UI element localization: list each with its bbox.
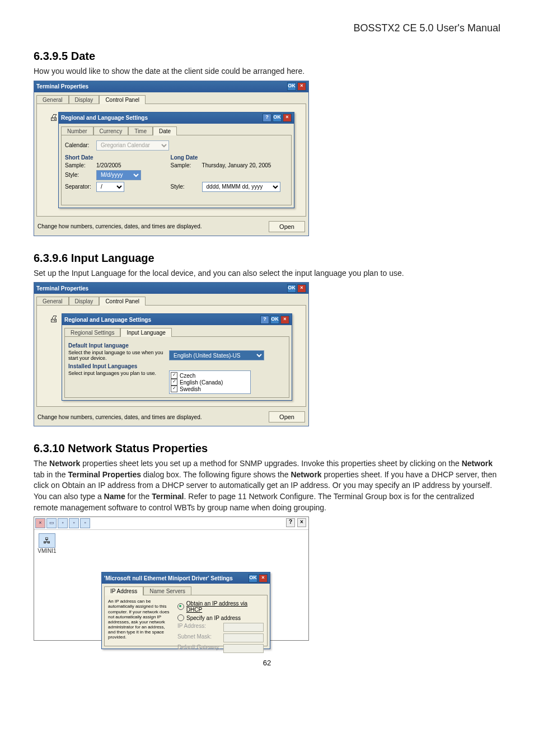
lang-czech: Czech bbox=[180, 373, 195, 379]
tab-regional-settings[interactable]: Regional Settings bbox=[64, 328, 120, 337]
long-date-title: Long Date bbox=[171, 154, 288, 161]
long-style-label: Style: bbox=[171, 184, 200, 190]
network-connections-window: × ▭ ▫ ▫ ▫ ? × 🖧 VMINI1 'Microsoft null E… bbox=[34, 516, 309, 641]
ok-titlebar-button[interactable]: OK bbox=[287, 284, 296, 293]
tab-general[interactable]: General bbox=[36, 297, 69, 306]
ok-titlebar-button[interactable]: OK bbox=[287, 82, 296, 91]
section-input-heading: 6.3.9.6 Input Language bbox=[34, 252, 500, 265]
short-style-label: Style: bbox=[65, 172, 94, 178]
task-icon[interactable]: ▭ bbox=[46, 518, 57, 528]
calendar-label: Calendar: bbox=[65, 142, 94, 148]
section-network-body: The Network properties sheet lets you se… bbox=[34, 458, 500, 513]
task-icon[interactable]: ▫ bbox=[80, 518, 90, 528]
help-icon[interactable]: ? bbox=[260, 316, 269, 324]
ip-help-text: An IP address can be automatically assig… bbox=[108, 599, 173, 642]
help-icon[interactable]: ? bbox=[263, 114, 271, 122]
tab-ip-address[interactable]: IP Address bbox=[104, 586, 143, 595]
help-icon[interactable]: ? bbox=[286, 518, 295, 527]
short-sample-label: Sample: bbox=[65, 162, 94, 168]
close-icon[interactable]: × bbox=[297, 284, 306, 293]
ok-titlebar-button[interactable]: OK bbox=[249, 574, 257, 583]
subnet-mask-label: Subnet Mask: bbox=[177, 633, 221, 642]
footer-text: Change how numbers, currencies, dates, a… bbox=[38, 223, 202, 229]
terminal-properties-window-2: Terminal Properties OK × General Display… bbox=[34, 282, 309, 426]
checkbox-icon[interactable]: ✓ bbox=[171, 372, 177, 379]
checkbox-icon[interactable]: ✓ bbox=[171, 379, 177, 386]
terminal-properties-title: Terminal Properties bbox=[36, 285, 88, 292]
footer-text: Change how numbers, currencies, dates, a… bbox=[38, 414, 202, 420]
tab-display[interactable]: Display bbox=[69, 297, 100, 306]
close-icon[interactable]: × bbox=[280, 316, 289, 324]
ip-address-input bbox=[223, 623, 264, 632]
tab-display[interactable]: Display bbox=[69, 95, 100, 104]
default-lang-title: Default Input language bbox=[68, 342, 285, 349]
installed-lang-desc: Select input languages you plan to use. bbox=[68, 370, 163, 394]
section-date-heading: 6.3.9.5 Date bbox=[34, 50, 500, 63]
checkbox-icon[interactable]: ✓ bbox=[171, 386, 177, 392]
printer-icon: 🖨 bbox=[46, 312, 62, 326]
gateway-input bbox=[223, 644, 264, 653]
ip-address-label: IP Address: bbox=[177, 623, 221, 632]
section-network-heading: 6.3.10 Network Status Properties bbox=[34, 442, 500, 455]
tab-date[interactable]: Date bbox=[153, 126, 177, 135]
close-icon[interactable]: × bbox=[297, 518, 306, 527]
close-icon[interactable]: × bbox=[259, 574, 268, 583]
miniport-title: 'Microsoft null Ethernet Miniport Driver… bbox=[104, 575, 233, 581]
miniport-settings-dialog: 'Microsoft null Ethernet Miniport Driver… bbox=[101, 572, 270, 649]
doc-header: BOSSTX2 CE 5.0 User's Manual bbox=[34, 22, 500, 34]
connection-label: VMINI1 bbox=[38, 548, 56, 554]
terminal-properties-window: Terminal Properties OK × General Display… bbox=[34, 81, 309, 236]
lang-swedish: Swedish bbox=[180, 386, 201, 392]
gateway-label: Default Gateway: bbox=[177, 644, 221, 653]
short-style-select[interactable]: M/d/yyyy bbox=[96, 170, 141, 180]
radio-specify[interactable] bbox=[177, 614, 184, 621]
tab-name-servers[interactable]: Name Servers bbox=[143, 586, 191, 595]
radio-dhcp[interactable] bbox=[177, 603, 184, 610]
short-date-title: Short Date bbox=[65, 154, 163, 161]
regional-settings-dialog: Regional and Language Settings ? OK × Nu… bbox=[58, 112, 294, 208]
tab-control-panel[interactable]: Control Panel bbox=[99, 297, 146, 306]
tab-time[interactable]: Time bbox=[128, 126, 153, 135]
long-sample-label: Sample: bbox=[171, 162, 200, 168]
close-icon[interactable]: × bbox=[35, 518, 45, 528]
close-icon[interactable]: × bbox=[283, 114, 292, 122]
subnet-mask-input bbox=[223, 633, 264, 642]
long-style-select[interactable]: dddd, MMMM dd, yyyy bbox=[202, 182, 280, 192]
regional-settings-dialog-2: Regional and Language Settings ? OK × Re… bbox=[62, 313, 292, 401]
task-icon[interactable]: ▫ bbox=[58, 518, 68, 528]
calendar-select[interactable]: Gregorian Calendar bbox=[96, 140, 169, 151]
open-button[interactable]: Open bbox=[269, 411, 305, 422]
default-lang-desc: Select the input language to use when yo… bbox=[68, 350, 163, 361]
ok-titlebar-button[interactable]: OK bbox=[273, 114, 282, 122]
page-number: 62 bbox=[34, 659, 500, 667]
regional-settings-title: Regional and Language Settings bbox=[64, 317, 151, 323]
regional-settings-title: Regional and Language Settings bbox=[61, 115, 148, 121]
default-lang-select[interactable]: English (United States)-US bbox=[169, 350, 264, 360]
long-sample-value: Thursday, January 20, 2005 bbox=[202, 162, 271, 168]
connection-icon[interactable]: 🖧 VMINI1 bbox=[38, 533, 57, 554]
tab-number[interactable]: Number bbox=[61, 126, 93, 135]
separator-select[interactable]: / bbox=[96, 182, 124, 192]
installed-lang-list[interactable]: ✓Czech ✓English (Canada) ✓Swedish bbox=[169, 370, 251, 394]
short-sample-value: 1/20/2005 bbox=[96, 162, 121, 168]
network-adapter-icon: 🖧 bbox=[39, 533, 55, 548]
lang-engca: English (Canada) bbox=[180, 379, 223, 386]
terminal-properties-title: Terminal Properties bbox=[36, 83, 88, 90]
radio-dhcp-label: Obtain an IP address via DHCP bbox=[186, 600, 264, 613]
close-icon[interactable]: × bbox=[297, 82, 306, 91]
radio-specify-label: Specify an IP address bbox=[186, 615, 241, 621]
section-input-intro: Set up the Input Language for the local … bbox=[34, 268, 500, 279]
section-date-intro: How you would like to show the date at t… bbox=[34, 66, 500, 77]
separator-label: Separator: bbox=[65, 184, 94, 190]
tab-general[interactable]: General bbox=[36, 95, 69, 104]
tab-currency[interactable]: Currency bbox=[93, 126, 129, 135]
open-button[interactable]: Open bbox=[269, 221, 305, 232]
tab-control-panel[interactable]: Control Panel bbox=[99, 95, 146, 104]
ok-titlebar-button[interactable]: OK bbox=[270, 316, 279, 324]
task-icon[interactable]: ▫ bbox=[69, 518, 79, 528]
installed-lang-title: Installed Input Languages bbox=[68, 363, 285, 369]
tab-input-language[interactable]: Input Language bbox=[120, 328, 172, 337]
